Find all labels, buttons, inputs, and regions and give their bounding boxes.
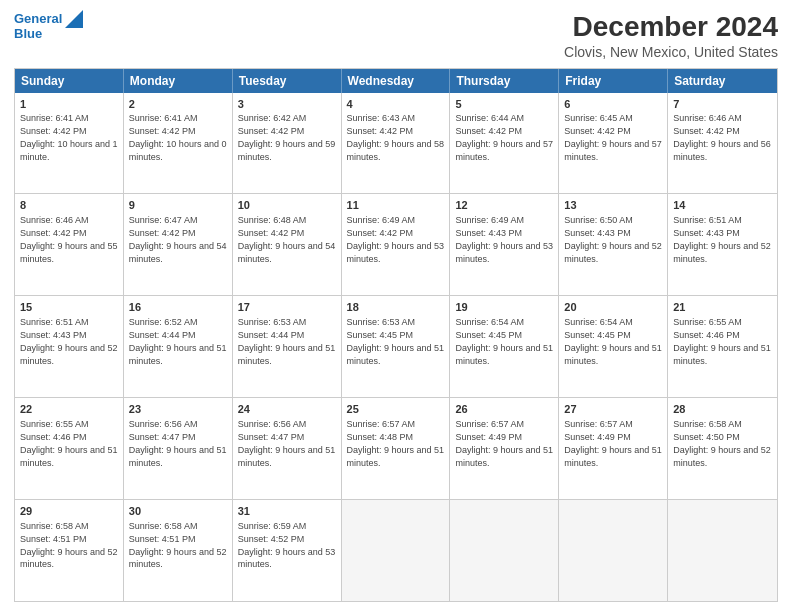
cal-cell-w4-d0: 29Sunrise: 6:58 AMSunset: 4:51 PMDayligh… xyxy=(15,500,124,601)
day-number: 16 xyxy=(129,300,227,315)
day-number: 11 xyxy=(347,198,445,213)
calendar: Sunday Monday Tuesday Wednesday Thursday… xyxy=(14,68,778,602)
cell-info: Sunrise: 6:42 AMSunset: 4:42 PMDaylight:… xyxy=(238,113,336,161)
cal-cell-w1-d0: 8Sunrise: 6:46 AMSunset: 4:42 PMDaylight… xyxy=(15,194,124,295)
cell-info: Sunrise: 6:55 AMSunset: 4:46 PMDaylight:… xyxy=(20,419,118,467)
cal-cell-w0-d1: 2Sunrise: 6:41 AMSunset: 4:42 PMDaylight… xyxy=(124,93,233,194)
day-number: 14 xyxy=(673,198,772,213)
week-row-4: 29Sunrise: 6:58 AMSunset: 4:51 PMDayligh… xyxy=(15,499,777,601)
cell-info: Sunrise: 6:49 AMSunset: 4:43 PMDaylight:… xyxy=(455,215,553,263)
day-number: 22 xyxy=(20,402,118,417)
day-number: 20 xyxy=(564,300,662,315)
day-number: 15 xyxy=(20,300,118,315)
header-thursday: Thursday xyxy=(450,69,559,93)
cell-info: Sunrise: 6:41 AMSunset: 4:42 PMDaylight:… xyxy=(20,113,118,161)
cal-cell-w2-d3: 18Sunrise: 6:53 AMSunset: 4:45 PMDayligh… xyxy=(342,296,451,397)
day-number: 18 xyxy=(347,300,445,315)
day-number: 13 xyxy=(564,198,662,213)
header-wednesday: Wednesday xyxy=(342,69,451,93)
day-number: 6 xyxy=(564,97,662,112)
logo-text2: Blue xyxy=(14,26,42,42)
cal-cell-w0-d0: 1Sunrise: 6:41 AMSunset: 4:42 PMDaylight… xyxy=(15,93,124,194)
day-number: 3 xyxy=(238,97,336,112)
cal-cell-w3-d4: 26Sunrise: 6:57 AMSunset: 4:49 PMDayligh… xyxy=(450,398,559,499)
cell-info: Sunrise: 6:57 AMSunset: 4:48 PMDaylight:… xyxy=(347,419,445,467)
cell-info: Sunrise: 6:58 AMSunset: 4:50 PMDaylight:… xyxy=(673,419,771,467)
day-number: 5 xyxy=(455,97,553,112)
cell-info: Sunrise: 6:46 AMSunset: 4:42 PMDaylight:… xyxy=(20,215,118,263)
cal-cell-w4-d3 xyxy=(342,500,451,601)
cell-info: Sunrise: 6:53 AMSunset: 4:44 PMDaylight:… xyxy=(238,317,336,365)
header-tuesday: Tuesday xyxy=(233,69,342,93)
cell-info: Sunrise: 6:51 AMSunset: 4:43 PMDaylight:… xyxy=(673,215,771,263)
cell-info: Sunrise: 6:47 AMSunset: 4:42 PMDaylight:… xyxy=(129,215,227,263)
cell-info: Sunrise: 6:53 AMSunset: 4:45 PMDaylight:… xyxy=(347,317,445,365)
cal-cell-w2-d6: 21Sunrise: 6:55 AMSunset: 4:46 PMDayligh… xyxy=(668,296,777,397)
cal-cell-w2-d1: 16Sunrise: 6:52 AMSunset: 4:44 PMDayligh… xyxy=(124,296,233,397)
logo-text: General xyxy=(14,11,62,27)
logo: General Blue xyxy=(14,10,83,42)
cell-info: Sunrise: 6:54 AMSunset: 4:45 PMDaylight:… xyxy=(564,317,662,365)
cal-cell-w1-d6: 14Sunrise: 6:51 AMSunset: 4:43 PMDayligh… xyxy=(668,194,777,295)
header-sunday: Sunday xyxy=(15,69,124,93)
day-number: 21 xyxy=(673,300,772,315)
cal-cell-w1-d1: 9Sunrise: 6:47 AMSunset: 4:42 PMDaylight… xyxy=(124,194,233,295)
cell-info: Sunrise: 6:58 AMSunset: 4:51 PMDaylight:… xyxy=(129,521,227,569)
header: General Blue December 2024 Clovis, New M… xyxy=(14,10,778,60)
cal-cell-w2-d2: 17Sunrise: 6:53 AMSunset: 4:44 PMDayligh… xyxy=(233,296,342,397)
cal-cell-w0-d6: 7Sunrise: 6:46 AMSunset: 4:42 PMDaylight… xyxy=(668,93,777,194)
day-number: 26 xyxy=(455,402,553,417)
week-row-0: 1Sunrise: 6:41 AMSunset: 4:42 PMDaylight… xyxy=(15,93,777,194)
header-monday: Monday xyxy=(124,69,233,93)
cal-cell-w0-d4: 5Sunrise: 6:44 AMSunset: 4:42 PMDaylight… xyxy=(450,93,559,194)
day-number: 2 xyxy=(129,97,227,112)
calendar-body: 1Sunrise: 6:41 AMSunset: 4:42 PMDaylight… xyxy=(15,93,777,601)
cal-cell-w2-d5: 20Sunrise: 6:54 AMSunset: 4:45 PMDayligh… xyxy=(559,296,668,397)
day-number: 8 xyxy=(20,198,118,213)
day-number: 4 xyxy=(347,97,445,112)
week-row-1: 8Sunrise: 6:46 AMSunset: 4:42 PMDaylight… xyxy=(15,193,777,295)
day-number: 25 xyxy=(347,402,445,417)
cell-info: Sunrise: 6:56 AMSunset: 4:47 PMDaylight:… xyxy=(129,419,227,467)
cal-cell-w1-d2: 10Sunrise: 6:48 AMSunset: 4:42 PMDayligh… xyxy=(233,194,342,295)
cal-cell-w2-d4: 19Sunrise: 6:54 AMSunset: 4:45 PMDayligh… xyxy=(450,296,559,397)
svg-marker-0 xyxy=(65,10,83,28)
cell-info: Sunrise: 6:50 AMSunset: 4:43 PMDaylight:… xyxy=(564,215,662,263)
day-number: 10 xyxy=(238,198,336,213)
cal-cell-w0-d5: 6Sunrise: 6:45 AMSunset: 4:42 PMDaylight… xyxy=(559,93,668,194)
cal-cell-w2-d0: 15Sunrise: 6:51 AMSunset: 4:43 PMDayligh… xyxy=(15,296,124,397)
cell-info: Sunrise: 6:52 AMSunset: 4:44 PMDaylight:… xyxy=(129,317,227,365)
day-number: 28 xyxy=(673,402,772,417)
cell-info: Sunrise: 6:54 AMSunset: 4:45 PMDaylight:… xyxy=(455,317,553,365)
day-number: 12 xyxy=(455,198,553,213)
cell-info: Sunrise: 6:46 AMSunset: 4:42 PMDaylight:… xyxy=(673,113,771,161)
subtitle: Clovis, New Mexico, United States xyxy=(564,44,778,60)
cell-info: Sunrise: 6:57 AMSunset: 4:49 PMDaylight:… xyxy=(564,419,662,467)
cell-info: Sunrise: 6:55 AMSunset: 4:46 PMDaylight:… xyxy=(673,317,771,365)
calendar-header: Sunday Monday Tuesday Wednesday Thursday… xyxy=(15,69,777,93)
header-friday: Friday xyxy=(559,69,668,93)
cell-info: Sunrise: 6:57 AMSunset: 4:49 PMDaylight:… xyxy=(455,419,553,467)
main-title: December 2024 xyxy=(564,10,778,44)
cal-cell-w1-d4: 12Sunrise: 6:49 AMSunset: 4:43 PMDayligh… xyxy=(450,194,559,295)
cal-cell-w0-d2: 3Sunrise: 6:42 AMSunset: 4:42 PMDaylight… xyxy=(233,93,342,194)
day-number: 30 xyxy=(129,504,227,519)
cal-cell-w3-d1: 23Sunrise: 6:56 AMSunset: 4:47 PMDayligh… xyxy=(124,398,233,499)
day-number: 23 xyxy=(129,402,227,417)
day-number: 7 xyxy=(673,97,772,112)
day-number: 1 xyxy=(20,97,118,112)
cal-cell-w3-d5: 27Sunrise: 6:57 AMSunset: 4:49 PMDayligh… xyxy=(559,398,668,499)
week-row-2: 15Sunrise: 6:51 AMSunset: 4:43 PMDayligh… xyxy=(15,295,777,397)
day-number: 29 xyxy=(20,504,118,519)
cal-cell-w4-d1: 30Sunrise: 6:58 AMSunset: 4:51 PMDayligh… xyxy=(124,500,233,601)
logo-icon xyxy=(65,8,83,28)
cell-info: Sunrise: 6:49 AMSunset: 4:42 PMDaylight:… xyxy=(347,215,445,263)
cell-info: Sunrise: 6:41 AMSunset: 4:42 PMDaylight:… xyxy=(129,113,227,161)
cal-cell-w1-d5: 13Sunrise: 6:50 AMSunset: 4:43 PMDayligh… xyxy=(559,194,668,295)
day-number: 19 xyxy=(455,300,553,315)
cell-info: Sunrise: 6:59 AMSunset: 4:52 PMDaylight:… xyxy=(238,521,336,569)
day-number: 9 xyxy=(129,198,227,213)
cell-info: Sunrise: 6:51 AMSunset: 4:43 PMDaylight:… xyxy=(20,317,118,365)
cell-info: Sunrise: 6:56 AMSunset: 4:47 PMDaylight:… xyxy=(238,419,336,467)
page: General Blue December 2024 Clovis, New M… xyxy=(0,0,792,612)
